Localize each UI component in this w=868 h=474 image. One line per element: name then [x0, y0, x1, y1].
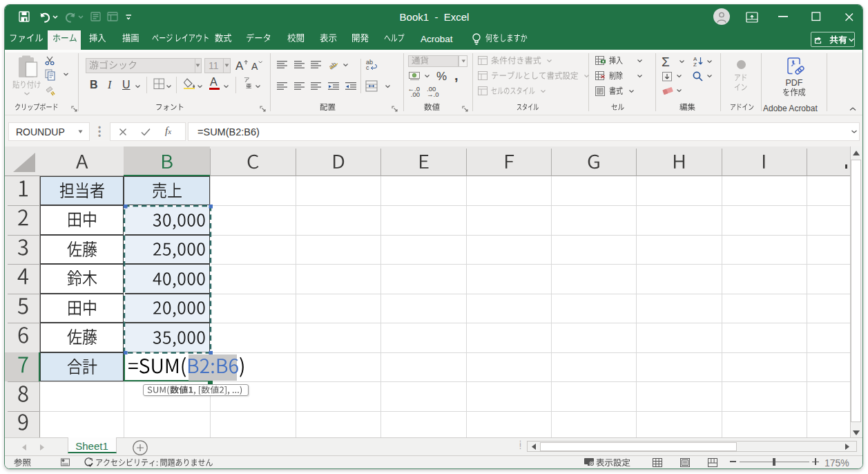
svg-text:ab: ab: [328, 60, 338, 70]
svg-text:c: c: [366, 64, 369, 71]
svg-text:Z: Z: [693, 61, 697, 66]
